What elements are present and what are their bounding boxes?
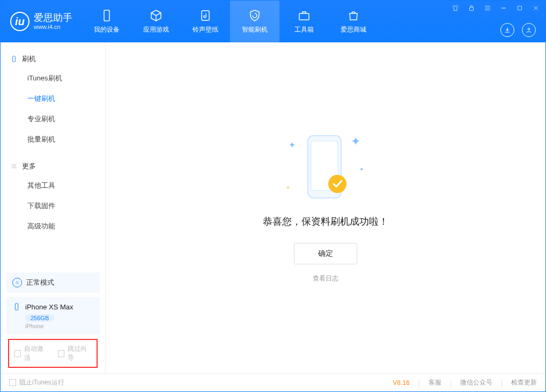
sidebar-item-advanced[interactable]: 高级功能	[1, 216, 105, 236]
device-mode-box[interactable]: 正常模式	[6, 272, 100, 293]
sparkle-icon: ✦	[285, 184, 291, 191]
tab-label: 智能刷机	[242, 25, 268, 34]
list-icon	[10, 162, 18, 170]
app-logo-text: 爱思助手 www.i4.cn	[34, 13, 72, 30]
briefcase-icon	[298, 9, 311, 22]
divider: |	[450, 379, 452, 387]
checkbox-auto-activate[interactable]: 自动激活	[14, 344, 48, 363]
mode-label: 正常模式	[26, 278, 54, 287]
view-log-link[interactable]: 查看日志	[313, 274, 338, 283]
status-bar: 阻止iTunes运行 V8.16 | 客服 | 微信公众号 | 检查更新	[1, 373, 545, 391]
device-capacity: 256GB	[25, 314, 54, 322]
sparkle-icon: ✦	[359, 166, 364, 172]
sidebar-item-pro-flash[interactable]: 专业刷机	[1, 109, 105, 129]
nav-tabs: 我的设备 应用游戏 铃声壁纸 智能刷机 工具箱 爱思商城	[82, 1, 378, 42]
profile-button[interactable]	[522, 23, 536, 37]
tab-store[interactable]: 爱思商城	[329, 1, 378, 42]
sparkle-icon: ✦	[351, 135, 360, 149]
maximize-button[interactable]	[515, 4, 524, 12]
footer-link-update[interactable]: 检查更新	[511, 378, 537, 387]
sidebar-item-download-firmware[interactable]: 下载固件	[1, 196, 105, 216]
tab-apps-games[interactable]: 应用游戏	[131, 1, 181, 42]
header-action-icons	[500, 23, 536, 37]
tab-label: 我的设备	[94, 25, 120, 34]
device-icon	[10, 55, 18, 63]
version-label: V8.16	[393, 379, 409, 387]
svg-rect-2	[299, 13, 309, 20]
cube-icon	[150, 9, 163, 22]
svg-point-12	[328, 175, 346, 193]
tab-label: 铃声壁纸	[193, 25, 218, 34]
highlighted-checkbox-row: 自动激活 跳过向导	[8, 339, 98, 368]
sidebar-section-more: 更多	[1, 157, 105, 175]
checkbox-skip-guide[interactable]: 跳过向导	[58, 344, 92, 363]
footer-link-service[interactable]: 客服	[429, 378, 441, 387]
tab-ringtones-wallpapers[interactable]: 铃声壁纸	[181, 1, 230, 42]
svg-point-5	[528, 28, 530, 31]
footer-link-wechat[interactable]: 微信公众号	[460, 378, 492, 387]
checkbox-box-icon	[14, 350, 21, 357]
section-title: 更多	[22, 161, 36, 171]
tab-smart-flash[interactable]: 智能刷机	[230, 1, 279, 42]
tab-label: 爱思商城	[341, 25, 366, 34]
checkbox-box-icon	[9, 379, 16, 386]
svg-rect-6	[13, 56, 16, 62]
sidebar-section-flash: 刷机	[1, 50, 105, 68]
divider: |	[501, 379, 503, 387]
mode-icon	[12, 278, 22, 287]
download-button[interactable]	[500, 23, 514, 37]
success-illustration: ✦ ✦ ✦ ✦	[296, 132, 355, 202]
sidebar-item-itunes-flash[interactable]: iTunes刷机	[1, 68, 105, 88]
phone-check-icon	[296, 132, 355, 202]
sidebar-item-other-tools[interactable]: 其他工具	[1, 175, 105, 196]
shopping-bag-icon	[347, 9, 360, 22]
shirt-icon[interactable]	[451, 4, 460, 12]
app-url: www.i4.cn	[34, 24, 72, 30]
phone-small-icon	[12, 302, 21, 311]
svg-point-8	[18, 283, 19, 284]
svg-rect-0	[104, 10, 109, 21]
svg-rect-3	[470, 8, 474, 11]
tab-label: 工具箱	[294, 25, 314, 34]
tab-toolbox[interactable]: 工具箱	[279, 1, 329, 42]
device-name: iPhone XS Max	[25, 303, 73, 311]
app-logo-icon: iu	[10, 12, 29, 31]
music-file-icon	[199, 9, 212, 22]
menu-icon[interactable]	[483, 4, 492, 12]
phone-icon	[100, 9, 113, 22]
svg-point-7	[16, 282, 17, 283]
title-bar: iu 爱思助手 www.i4.cn 我的设备 应用游戏 铃声壁纸 智能刷机 工具…	[1, 1, 545, 42]
close-button[interactable]	[532, 4, 540, 12]
divider: |	[418, 379, 420, 387]
footer-block-itunes[interactable]: 阻止iTunes运行	[9, 378, 64, 387]
svg-rect-9	[15, 304, 18, 310]
device-type: iPhone	[25, 323, 93, 329]
app-name: 爱思助手	[34, 13, 72, 24]
logo-area: iu 爱思助手 www.i4.cn	[1, 1, 82, 42]
device-info-box[interactable]: iPhone XS Max 256GB iPhone	[6, 297, 100, 335]
shield-sync-icon	[248, 9, 261, 22]
minimize-button[interactable]	[499, 4, 508, 12]
sidebar-item-batch-flash[interactable]: 批量刷机	[1, 129, 105, 150]
app-body: 刷机 iTunes刷机 一键刷机 专业刷机 批量刷机 更多 其他工具 下载固件 …	[1, 42, 545, 373]
checkbox-label: 自动激活	[24, 344, 48, 363]
svg-rect-4	[518, 6, 522, 10]
sidebar: 刷机 iTunes刷机 一键刷机 专业刷机 批量刷机 更多 其他工具 下载固件 …	[1, 42, 106, 373]
section-title: 刷机	[22, 54, 36, 64]
sidebar-item-oneclick-flash[interactable]: 一键刷机	[1, 88, 105, 109]
window-controls	[451, 4, 540, 12]
svg-rect-1	[202, 11, 209, 20]
footer-right: V8.16 | 客服 | 微信公众号 | 检查更新	[393, 378, 537, 387]
lock-icon[interactable]	[467, 4, 476, 12]
tab-label: 应用游戏	[143, 25, 169, 34]
main-content: ✦ ✦ ✦ ✦ 恭喜您，保资料刷机成功啦！ 确定 查看日志	[106, 42, 545, 373]
sidebar-bottom: 正常模式 iPhone XS Max 256GB iPhone 自动激活 跳过向…	[1, 272, 105, 373]
footer-block-itunes-label: 阻止iTunes运行	[19, 378, 64, 387]
checkbox-box-icon	[58, 350, 64, 357]
sparkle-icon: ✦	[289, 140, 296, 150]
success-message: 恭喜您，保资料刷机成功啦！	[263, 215, 388, 228]
confirm-button[interactable]: 确定	[294, 243, 357, 264]
tab-my-device[interactable]: 我的设备	[82, 1, 131, 42]
checkbox-label: 跳过向导	[68, 344, 91, 363]
